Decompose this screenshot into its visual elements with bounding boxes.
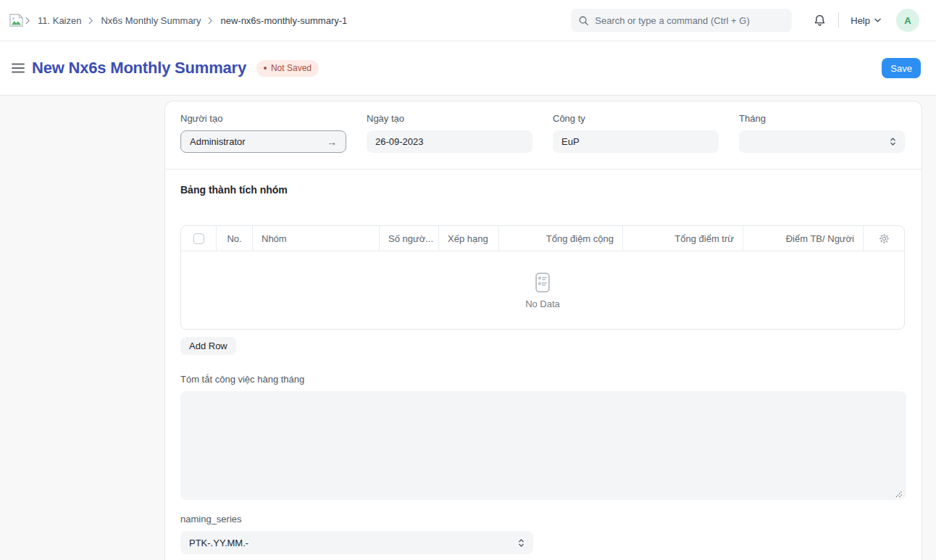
- breadcrumb-item-doctype[interactable]: Nx6s Monthly Summary: [101, 15, 201, 26]
- not-saved-status-badge: Not Saved: [256, 60, 319, 77]
- field-label: Ngày tạo: [367, 113, 532, 124]
- column-header-no: No.: [216, 226, 252, 251]
- status-badge-label: Not Saved: [271, 63, 312, 73]
- section-heading: Bảng thành tích nhóm: [180, 184, 905, 196]
- save-button[interactable]: Save: [882, 58, 921, 78]
- chevron-right-icon: [208, 17, 213, 25]
- chevron-right-icon: [25, 17, 30, 25]
- column-header-xep-hang: Xếp hạng: [438, 226, 498, 251]
- app-logo-broken-image-icon[interactable]: [9, 13, 24, 28]
- naming-series-select[interactable]: PTK-.YY.MM.-: [180, 531, 533, 554]
- page-title: New Nx6s Monthly Summary: [32, 59, 246, 78]
- select-chevrons-icon: [890, 137, 896, 146]
- user-avatar[interactable]: A: [896, 9, 919, 32]
- nguoi-tao-input[interactable]: [190, 136, 327, 147]
- thang-select[interactable]: [739, 130, 905, 153]
- field-nguoi-tao: Người tạo →: [180, 113, 346, 153]
- select-chevrons-icon: [518, 538, 525, 548]
- field-thang: Tháng: [739, 113, 905, 153]
- form-field-row: Người tạo → Ngày tạo Công ty Tháng: [180, 113, 905, 153]
- notifications-bell-icon[interactable]: [813, 14, 827, 28]
- nguoi-tao-link-field[interactable]: →: [180, 130, 346, 153]
- table-header-row: No. Nhóm Số ngườ... Xếp hạng Tổng điệm c…: [181, 226, 904, 251]
- status-dot-icon: [264, 67, 267, 70]
- help-menu[interactable]: Help: [851, 15, 881, 26]
- field-label: Công ty: [553, 113, 719, 124]
- naming-series-value: PTK-.YY.MM.-: [189, 538, 248, 548]
- column-header-tong-diem-tru: Tổng điểm trừ: [622, 226, 743, 251]
- avatar-initial: A: [904, 15, 911, 26]
- no-data-icon: [531, 271, 554, 294]
- table-empty-state: No Data: [181, 251, 904, 329]
- field-cong-ty: Công ty: [553, 113, 719, 153]
- add-row-button[interactable]: Add Row: [180, 337, 236, 355]
- naming-series-label: naming_series: [180, 514, 905, 525]
- select-all-cell: [181, 226, 216, 251]
- column-header-tong-diem-cong: Tổng điệm cộng: [498, 226, 622, 251]
- ngay-tao-input[interactable]: [375, 136, 524, 147]
- sidebar-toggle-icon[interactable]: [10, 62, 26, 75]
- form-card: Người tạo → Ngày tạo Công ty Tháng: [164, 101, 922, 560]
- open-link-arrow-icon[interactable]: →: [327, 137, 337, 147]
- column-header-diem-tb-nguoi: Điểm TB/ Người: [743, 226, 863, 251]
- select-all-checkbox[interactable]: [193, 233, 204, 244]
- breadcrumb-item-kaizen[interactable]: 11. Kaizen: [38, 15, 81, 26]
- search-input[interactable]: [595, 15, 785, 26]
- global-search[interactable]: [571, 9, 792, 32]
- field-label: Tháng: [739, 113, 905, 124]
- help-label: Help: [851, 15, 870, 26]
- section-divider: [165, 169, 922, 170]
- ngay-tao-date-field[interactable]: [367, 130, 532, 153]
- column-header-so-nguoi: Số ngườ...: [379, 226, 438, 251]
- navbar-divider: [838, 12, 839, 28]
- child-table: No. Nhóm Số ngườ... Xếp hạng Tổng điệm c…: [180, 225, 905, 330]
- summary-textarea-wrap: [180, 391, 905, 500]
- chevron-down-icon: [874, 18, 881, 22]
- grid-settings-cell: [863, 226, 904, 251]
- field-ngay-tao: Ngày tạo: [367, 113, 532, 153]
- field-label: Người tạo: [180, 113, 346, 124]
- summary-textarea[interactable]: [180, 391, 906, 500]
- chevron-right-icon: [88, 17, 93, 25]
- breadcrumb: 11. Kaizen Nx6s Monthly Summary new-nx6s…: [25, 15, 347, 26]
- top-navbar: 11. Kaizen Nx6s Monthly Summary new-nx6s…: [0, 0, 936, 41]
- search-icon: [578, 15, 589, 26]
- column-header-nhom: Nhóm: [252, 226, 379, 251]
- page-body: Người tạo → Ngày tạo Công ty Tháng: [0, 96, 936, 560]
- resize-handle-icon[interactable]: [895, 490, 903, 498]
- gear-icon[interactable]: [879, 233, 890, 244]
- cong-ty-field[interactable]: [553, 130, 719, 153]
- page-head: New Nx6s Monthly Summary Not Saved Save: [0, 41, 936, 96]
- summary-field-label: Tóm tắt công việc hàng tháng: [180, 374, 905, 385]
- no-data-label: No Data: [525, 298, 560, 309]
- breadcrumb-item-current-doc[interactable]: new-nx6s-monthly-summary-1: [220, 15, 347, 26]
- cong-ty-input[interactable]: [561, 136, 710, 147]
